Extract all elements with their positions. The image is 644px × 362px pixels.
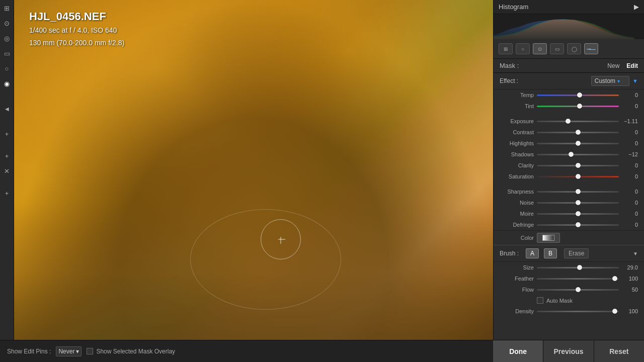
- rect-mask-icon[interactable]: ▭: [550, 43, 564, 54]
- brush-density-thumb[interactable]: [612, 309, 617, 314]
- exposure-slider-wrap: [537, 117, 619, 125]
- histogram-header: Histogram ▶: [494, 0, 644, 14]
- brush-density-label: Density: [500, 308, 534, 314]
- noise-slider-track[interactable]: [537, 202, 619, 204]
- temp-slider-thumb[interactable]: [577, 93, 582, 98]
- gradient-circle-icon[interactable]: ◯: [567, 43, 581, 54]
- shadows-slider-thumb[interactable]: [569, 152, 574, 157]
- temp-slider-row: Temp 0: [494, 89, 644, 101]
- brush-flow-track[interactable]: [537, 289, 619, 291]
- saturation-slider-wrap: [537, 172, 619, 180]
- histogram-collapse-icon[interactable]: ▶: [634, 3, 639, 11]
- noise-slider-row: Noise 0: [494, 197, 644, 208]
- reset-button[interactable]: Reset: [594, 340, 644, 363]
- show-edit-pins-dropdown[interactable]: Never ▾: [56, 346, 82, 356]
- noise-label: Noise: [500, 200, 534, 206]
- highlights-slider-thumb[interactable]: [576, 141, 581, 146]
- noise-value: 0: [622, 200, 638, 206]
- moire-slider-thumb[interactable]: [576, 211, 581, 216]
- crop-icon[interactable]: ⊞: [2, 3, 12, 13]
- highlights-slider-track[interactable]: [537, 143, 619, 144]
- new-mask-button[interactable]: New: [607, 62, 619, 69]
- tint-slider-thumb[interactable]: [577, 104, 582, 109]
- defringe-label: Defringe: [500, 222, 534, 228]
- photo-area[interactable]: HJL_0456.NEF 1/400 sec at f / 4.0, ISO 6…: [14, 0, 493, 340]
- plus2-icon[interactable]: +: [2, 151, 12, 161]
- sharpness-slider-track[interactable]: [537, 191, 619, 193]
- brush-feather-track[interactable]: [537, 278, 619, 280]
- spot-removal-icon[interactable]: ⊙: [2, 18, 12, 28]
- brush-size-track[interactable]: [537, 267, 619, 268]
- done-button[interactable]: Done: [493, 340, 543, 363]
- effect-dropdown[interactable]: Custom ▾: [591, 76, 629, 86]
- brush-flow-value: 50: [622, 287, 638, 293]
- tint-label: Tint: [500, 103, 534, 109]
- effect-dropdown-value: Custom: [595, 77, 615, 84]
- saturation-slider-track[interactable]: [537, 176, 619, 177]
- brush-density-track[interactable]: [537, 311, 619, 312]
- shadows-value: −12: [622, 151, 638, 157]
- expand-left-icon[interactable]: ◀: [2, 104, 12, 114]
- show-mask-checkbox[interactable]: [87, 348, 93, 354]
- exposure-label: Exposure: [500, 118, 534, 124]
- temp-slider-track[interactable]: [537, 95, 619, 96]
- main-area: ⊞ ⊙ ◎ ▭ ○ ◉ ◀ + + ✕ +: [0, 0, 644, 340]
- adjustment-brush-icon[interactable]: ◉: [2, 78, 12, 88]
- graduated-filter-icon[interactable]: ▭: [2, 48, 12, 58]
- moire-slider-track[interactable]: [537, 213, 619, 215]
- moire-label: Moire: [500, 211, 534, 217]
- auto-mask-checkbox[interactable]: [537, 297, 543, 304]
- brush-section: Brush : A B Erase ▼ Size 29.0: [494, 245, 644, 317]
- brush-size-wrap: [537, 263, 619, 272]
- noise-slider-thumb[interactable]: [576, 200, 581, 205]
- clarity-slider-thumb[interactable]: [576, 163, 581, 168]
- contrast-slider-track[interactable]: [537, 132, 619, 133]
- brush-flow-label: Flow: [500, 287, 534, 293]
- target-mask-icon[interactable]: ⊙: [533, 43, 547, 54]
- previous-button[interactable]: Previous: [543, 340, 594, 363]
- exposure-slider-track[interactable]: [537, 121, 619, 122]
- shadows-slider-track[interactable]: [537, 154, 619, 155]
- show-mask-overlay-wrap: Show Selected Mask Overlay: [87, 348, 175, 355]
- add-icon[interactable]: +: [2, 188, 12, 198]
- effect-panel-arrow[interactable]: ▼: [632, 78, 638, 84]
- effect-label: Effect :: [500, 77, 518, 84]
- grid-mask-icon[interactable]: ⊞: [499, 43, 513, 54]
- brush-b-button[interactable]: B: [544, 248, 557, 258]
- cancel-icon[interactable]: ✕: [2, 166, 12, 176]
- defringe-slider-thumb[interactable]: [576, 222, 581, 227]
- brush-feather-thumb[interactable]: [612, 276, 617, 281]
- color-swatch-button[interactable]: [537, 233, 560, 243]
- radial-filter-icon[interactable]: ○: [2, 63, 12, 73]
- plus-icon[interactable]: +: [2, 129, 12, 139]
- moire-slider-row: Moire 0: [494, 208, 644, 219]
- brush-panel-arrow[interactable]: ▼: [633, 251, 638, 256]
- edit-mask-button[interactable]: Edit: [626, 62, 638, 69]
- brush-density-wrap: [537, 307, 619, 315]
- right-panel-scroll[interactable]: Effect : Custom ▾ ▼ Temp 0: [494, 73, 644, 340]
- brush-erase-button[interactable]: Erase: [564, 248, 589, 258]
- brush-a-button[interactable]: A: [526, 248, 539, 258]
- contrast-slider-row: Contrast 0: [494, 127, 644, 138]
- tint-slider-track[interactable]: [537, 106, 619, 107]
- sharpness-value: 0: [622, 189, 638, 195]
- show-edit-pins-label: Show Edit Pins :: [7, 348, 51, 355]
- circular-mask-icon[interactable]: ○: [516, 43, 530, 54]
- exposure-slider-thumb[interactable]: [566, 119, 571, 124]
- shadows-slider-row: Shadows −12: [494, 149, 644, 160]
- brush-size-thumb[interactable]: [577, 265, 582, 270]
- contrast-slider-thumb[interactable]: [576, 130, 581, 135]
- right-panel: Histogram ▶: [493, 0, 644, 340]
- sharpness-slider-thumb[interactable]: [576, 189, 581, 194]
- mask-tools-row: ⊞ ○ ⊙ ▭ ◯ ⊸—: [494, 39, 644, 59]
- histogram-area: [494, 14, 644, 39]
- brush-mask-active-icon[interactable]: ⊸—: [584, 43, 598, 54]
- clarity-slider-track[interactable]: [537, 165, 619, 166]
- effect-row: Effect : Custom ▾ ▼: [494, 73, 644, 89]
- contrast-value: 0: [622, 129, 638, 135]
- red-eye-icon[interactable]: ◎: [2, 33, 12, 43]
- saturation-slider-thumb[interactable]: [576, 174, 581, 179]
- saturation-slider-row: Saturation 0: [494, 171, 644, 182]
- defringe-slider-track[interactable]: [537, 224, 619, 226]
- brush-flow-thumb[interactable]: [576, 287, 581, 292]
